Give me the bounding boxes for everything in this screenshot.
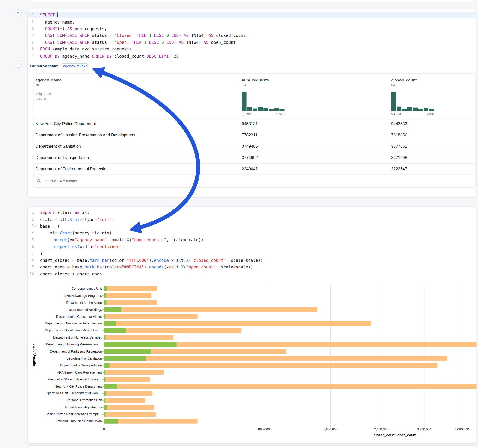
line-number: 4 — [28, 231, 34, 235]
column-header-num_requests[interactable]: num_requestsi6453,3049.5e6 — [240, 78, 389, 116]
python-editor[interactable]: 1import altair as alt2scale = alt.Scale(… — [28, 207, 476, 277]
bar-open-count — [104, 314, 105, 319]
python-code-line[interactable]: 4 alt.Chart(agency_tickets) — [28, 230, 476, 236]
y-axis-tick — [102, 358, 104, 359]
sql-code-line[interactable]: 3 COUNT(*) AS num_requests, — [28, 25, 476, 32]
bar-closed-count — [104, 419, 197, 423]
bar-closed-count — [104, 384, 477, 389]
y-axis-tick — [102, 344, 104, 345]
sql-code-line[interactable]: 5 CAST(SUM(CASE WHEN status = 'Open' THE… — [28, 39, 476, 46]
y-axis-tick — [102, 303, 104, 303]
code-token: closed_count, — [214, 33, 248, 38]
code-token: chart_closed — [40, 258, 72, 262]
table-row[interactable]: Department of Sanitation37494853677651 — [33, 141, 475, 152]
table-cell: 2240041 — [240, 167, 389, 171]
code-token: X — [186, 258, 189, 262]
table-row[interactable]: New York City Police Department945313194… — [33, 118, 475, 130]
y-axis-tick — [102, 379, 104, 380]
output-variable-chip[interactable]: agency_tickets — [61, 63, 88, 69]
code-token: ( — [129, 237, 132, 242]
histogram-min: 53,304 — [391, 112, 401, 116]
python-code-line[interactable]: 1import altair as alt — [28, 209, 476, 216]
code-token: ) — [62, 26, 67, 31]
code-token: "closed_count" — [191, 258, 226, 262]
code-token: encode — [149, 265, 164, 269]
bar-closed-count — [104, 300, 157, 305]
y-axis-tick — [102, 421, 104, 422]
code-token: base. — [75, 258, 89, 262]
code-token: = — [52, 224, 55, 228]
code-token: 20 — [174, 53, 179, 58]
sql-code-line[interactable]: 7GROUP BY agency_name ORDER BY closed_co… — [28, 53, 476, 59]
add-cell-button[interactable]: + — [14, 9, 21, 16]
fold-chevron-icon[interactable] — [34, 225, 38, 227]
code-token: X — [181, 265, 184, 269]
fold-chevron-icon[interactable] — [34, 14, 38, 16]
sql-code-line[interactable]: 1SELECT — [28, 12, 476, 19]
python-code-line[interactable]: 5 .encode(y="agency_name", x=alt.X("num_… — [28, 236, 476, 243]
code-token: AS — [67, 26, 72, 31]
python-code-line[interactable]: 10chart_closed + chart_open — [28, 270, 476, 277]
table-cell: Department of Transportation — [33, 156, 240, 160]
y-axis-tick — [102, 372, 104, 373]
python-code-line[interactable]: 6 .properties(width="container") — [28, 243, 476, 250]
sql-editor[interactable]: 1SELECT 2 agency_name,3 COUNT(*) AS num_… — [28, 9, 476, 59]
table-row[interactable]: Department of Environmental Protection22… — [33, 163, 475, 174]
code-token: status — [89, 40, 109, 45]
y-axis-tick — [102, 414, 104, 414]
table-row[interactable]: Department of Transportation377489234719… — [33, 152, 475, 163]
y-axis-label: Department of Consumer Affairs — [28, 313, 102, 320]
chevron-down-icon — [35, 224, 37, 227]
sql-code-line[interactable]: 4 CAST(SUM(CASE WHEN status = 'Closed' T… — [28, 32, 476, 39]
python-code-line[interactable]: 9chart_open = base.mark_bar(color="#8BC3… — [28, 264, 476, 271]
x-axis-label: 800,000 — [258, 428, 270, 431]
column-header-agency_name[interactable]: agency_namestrunique: 20nulls: 0 — [33, 78, 240, 116]
column-stat: nulls: 0 — [35, 97, 240, 102]
y-axis-tick — [102, 330, 104, 331]
add-cell-button-2[interactable]: + — [14, 61, 21, 68]
code-token: INT64) — [189, 33, 208, 38]
line-number: 7 — [28, 251, 34, 255]
y-axis-label: Department of Transportation — [28, 362, 102, 369]
sql-cell: 1SELECT 2 agency_name,3 COUNT(*) AS num_… — [27, 9, 477, 198]
table-cell: 2222847 — [389, 167, 475, 171]
code-token: closed_count — [112, 53, 146, 58]
sql-code-text: SELECT — [40, 12, 476, 17]
x-axis-tick — [424, 425, 424, 427]
y-axis-tick — [102, 351, 104, 352]
code-token — [146, 40, 149, 45]
histogram-bar — [408, 107, 412, 111]
bar-open-count — [104, 419, 118, 423]
code-token — [146, 33, 149, 38]
code-token: AS — [204, 40, 209, 45]
code-token — [151, 33, 154, 38]
python-code-line[interactable]: 3base = ( — [28, 223, 476, 230]
bar-open-count — [104, 307, 121, 312]
code-token: , scale — [226, 258, 243, 262]
histogram-min: 53,304 — [242, 112, 251, 116]
y-axis-tick — [102, 386, 104, 386]
python-code-line[interactable]: 2scale = alt.Scale(type="sqrt") — [28, 216, 476, 223]
code-token: = — [174, 258, 176, 262]
code-token: = — [92, 244, 94, 249]
sql-code-line[interactable]: 2 agency_name, — [28, 19, 476, 25]
python-code-line[interactable]: 8chart_closed = base.mark_bar(color="#FF… — [28, 257, 476, 264]
table-row[interactable]: Department of Housing Preservation and D… — [33, 130, 475, 141]
bar-open-count — [104, 398, 105, 403]
bar-closed-count — [104, 391, 152, 396]
code-token: (type — [82, 217, 94, 222]
code-token: status — [89, 33, 109, 38]
y-axis-label: Mayorâ€ s Office of Special Enforce… — [28, 376, 102, 383]
bar-closed-count — [104, 370, 164, 375]
code-token: = — [67, 265, 70, 269]
search-icon[interactable] — [37, 179, 41, 183]
sql-code-line[interactable]: 6FROM sample_data.nyc.service_requests — [28, 46, 476, 53]
column-type: str — [35, 83, 240, 87]
code-token: agency_name, — [40, 19, 75, 24]
python-code-line[interactable]: 7) — [28, 250, 476, 257]
code-token: 0 — [161, 40, 164, 45]
column-header-closed_count[interactable]: closed_counti6453,3049.4e6 — [389, 78, 475, 116]
x-axis-tick — [264, 425, 264, 427]
code-token: ( — [55, 224, 60, 228]
results-table: agency_namestrunique: 20nulls: 0num_requ… — [33, 73, 476, 188]
